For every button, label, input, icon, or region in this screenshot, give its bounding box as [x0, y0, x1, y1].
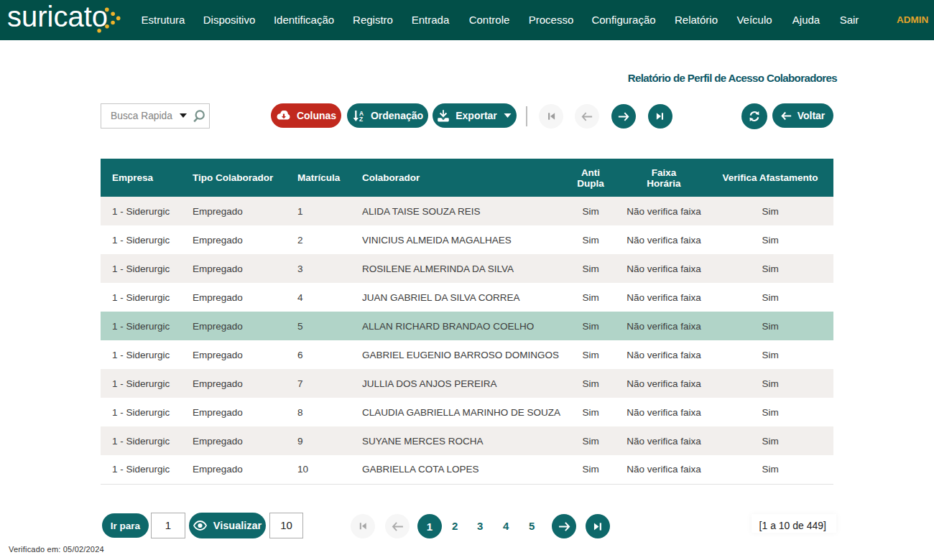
svg-text:Z: Z [359, 116, 363, 122]
svg-text:suricato: suricato [7, 1, 108, 32]
